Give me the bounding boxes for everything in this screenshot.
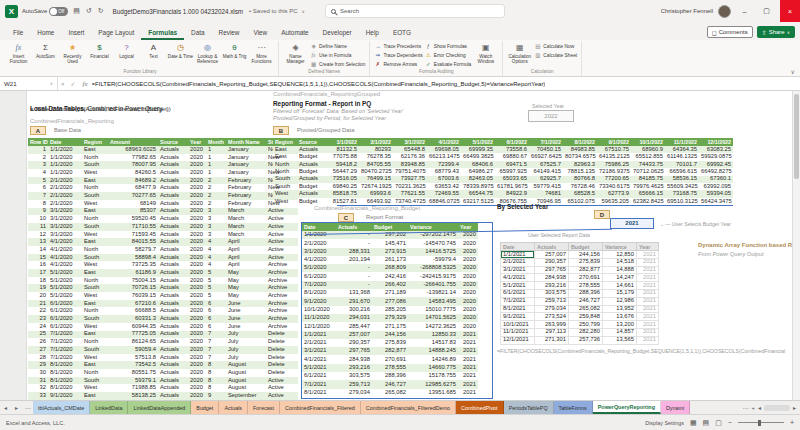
sheet-tab-tblactuals-cmdate[interactable]: tblActuals_CMDate bbox=[33, 401, 90, 414]
ribbon-button-evaluate-formula[interactable]: ✓Evaluate Formula bbox=[425, 61, 472, 69]
selected-year-input[interactable]: 2022 bbox=[528, 110, 574, 122]
ribbon-button-create-from-selection[interactable]: ▦Create from Selection bbox=[310, 61, 365, 69]
name-manager-icon: ◈ bbox=[292, 43, 298, 53]
sheet-nav-left-icon[interactable]: ◂ bbox=[0, 401, 11, 414]
zoom-slider[interactable] bbox=[738, 422, 784, 423]
add-sheet-icon[interactable]: + bbox=[751, 405, 755, 411]
zoom-in-icon[interactable]: + bbox=[790, 419, 794, 426]
search-input[interactable]: Search bbox=[325, 4, 505, 18]
more-sheets-icon[interactable]: ⋯ bbox=[742, 404, 748, 411]
user-name: Christopher Fennell bbox=[661, 8, 713, 14]
undo-icon[interactable]: ↺ bbox=[85, 7, 93, 15]
ribbon-button-text[interactable]: AText bbox=[140, 41, 167, 69]
ribbon-button-trace-precedents[interactable]: →Trace Precedents bbox=[374, 43, 422, 51]
ribbon-button-logical[interactable]: ?Logical bbox=[113, 41, 140, 69]
sheet-tab-combinedpivot[interactable]: CombinedPivot bbox=[456, 401, 504, 414]
save-icon[interactable]: ▤ bbox=[72, 7, 81, 15]
view-page-layout-icon[interactable]: ▤ bbox=[703, 419, 710, 427]
view-normal-icon[interactable]: ▦ bbox=[690, 419, 697, 427]
ribbon-button-calculate-sheet[interactable]: ▥Calculate Sheet bbox=[534, 52, 577, 60]
selected-year-table[interactable]: DateActualsBudgetVarianceYear1/1/2021257… bbox=[500, 242, 659, 345]
sheet-tab-linkeddata[interactable]: LinkedData bbox=[90, 401, 128, 414]
autosave-switch[interactable]: Off bbox=[49, 7, 68, 16]
ribbon-button-more-functions[interactable]: ⋯More Functions bbox=[248, 41, 275, 69]
ribbon-button-insert-function[interactable]: fxInsert Function bbox=[5, 41, 32, 69]
enter-icon[interactable]: ✓ bbox=[68, 80, 79, 87]
ribbon-button-recently-used[interactable]: ★Recently Used bbox=[59, 41, 86, 69]
table-cell: 12/1/2020 bbox=[302, 322, 336, 330]
avatar[interactable] bbox=[718, 5, 731, 18]
zoom-out-icon[interactable]: − bbox=[728, 419, 732, 426]
ribbon-button-calculation-options[interactable]: ▦Calculation Options bbox=[506, 41, 533, 69]
ribbon-button-math-trig[interactable]: θMath & Trig bbox=[221, 41, 248, 69]
table-cell: 244,156 bbox=[569, 251, 603, 259]
ribbon-button-calculate-now[interactable]: ▤Calculate Now bbox=[534, 43, 577, 51]
ribbon-tab-eotg[interactable]: EOTG bbox=[386, 26, 418, 40]
ribbon-tab-view[interactable]: View bbox=[246, 26, 274, 40]
byyear-heading: By Selected Year bbox=[497, 203, 548, 210]
sheet-nav-more-icon[interactable]: ⋯ bbox=[22, 401, 33, 414]
base-data-table[interactable]: Row IDDateRegionAmountSourceYearMonthMon… bbox=[28, 138, 298, 400]
share-button[interactable]: ⇧ Share ∨ bbox=[757, 26, 795, 38]
ribbon-button-autosum[interactable]: ΣAutoSum bbox=[32, 41, 59, 69]
sheet-tab-combinedfinancials-filtereddemo[interactable]: CombinedFinancials_FilteredDemo bbox=[361, 401, 456, 414]
table-row: 21/1/2020North77982.65Actuals20201Januar… bbox=[28, 154, 298, 162]
sheet-tab-tableforms[interactable]: TableForms bbox=[554, 401, 593, 414]
worksheet[interactable]: Local Data Tables, Combined in Power Que… bbox=[0, 91, 800, 400]
table-cell: Actuals bbox=[158, 231, 188, 239]
budget-year-input[interactable]: 2021 bbox=[610, 218, 654, 229]
sheet-tab-actuals[interactable]: Actuals bbox=[219, 401, 248, 414]
ribbon-button-show-formulas[interactable]: ƒShow Formulas bbox=[425, 43, 472, 51]
close-button[interactable]: × bbox=[780, 0, 800, 22]
sheet-tab-powerqueryreporting[interactable]: PowerQueryReporting bbox=[593, 401, 661, 414]
restore-button[interactable]: ▢ bbox=[758, 0, 775, 22]
display-settings-button[interactable]: Display Settings bbox=[645, 420, 684, 426]
cancel-icon[interactable]: × bbox=[58, 81, 68, 87]
grouped-sub2: Pivoted/Grouped by Period, for Selected … bbox=[273, 115, 386, 121]
sheet-tab-combinedfinancials-filtered[interactable]: CombinedFinancials_Filtered bbox=[280, 401, 361, 414]
grouped-data-table[interactable]: RegionSource1/1/20222/1/20223/1/20224/1/… bbox=[273, 138, 733, 205]
autosave-toggle[interactable]: AutoSave Off bbox=[22, 7, 68, 16]
ribbon-button-error-checking[interactable]: ⚠Error Checking bbox=[425, 52, 472, 60]
tab-scroll-left-icon[interactable]: ◂ bbox=[758, 404, 761, 411]
view-page-break-icon[interactable]: ▢ bbox=[715, 419, 722, 427]
ribbon-tab-file[interactable]: File bbox=[6, 26, 30, 40]
ribbon-button-lookup-reference[interactable]: ◎Lookup & Reference bbox=[194, 41, 221, 69]
insert-function-icon[interactable]: fx bbox=[79, 80, 92, 88]
ribbon-tab-developer[interactable]: Developer bbox=[316, 26, 359, 40]
ribbon-button-financial[interactable]: $Financial bbox=[86, 41, 113, 69]
ribbon-tab-help[interactable]: Help bbox=[359, 26, 386, 40]
name-box[interactable]: W21 ∨ bbox=[0, 77, 58, 90]
redo-icon[interactable]: ↻ bbox=[97, 7, 105, 15]
report-format-table[interactable]: DateActualsBudgetVarianceYear1/1/2020-29… bbox=[302, 223, 478, 397]
ribbon-button-watch-window[interactable]: ▣Watch Window bbox=[472, 41, 499, 69]
sheet-tab-forecast[interactable]: Forecast bbox=[248, 401, 280, 414]
vertical-scrollbar-thumb[interactable] bbox=[794, 94, 799, 179]
ribbon-tab-automate[interactable]: Automate bbox=[274, 26, 315, 40]
ribbon-button-define-name[interactable]: ◈Define Name bbox=[310, 43, 365, 51]
sheet-tab-linkeddataappended[interactable]: LinkedDataAppended bbox=[128, 401, 191, 414]
sheet-tab-dynami[interactable]: Dynami bbox=[661, 401, 690, 414]
horizontal-scrollbar[interactable] bbox=[764, 405, 790, 411]
ribbon-button-remove-arrows[interactable]: ✗Remove Arrows bbox=[374, 61, 422, 69]
ribbon-tab-data[interactable]: Data bbox=[184, 26, 212, 40]
ribbon-tab-page-layout[interactable]: Page Layout bbox=[91, 26, 141, 40]
formula-input[interactable]: =FILTER(CHOOSECOLS(CombinedFinancials_Re… bbox=[92, 81, 546, 87]
ribbon-button-trace-dependents[interactable]: ⇒Trace Dependents bbox=[374, 52, 422, 60]
sheet-tab-periodstablepq[interactable]: PeriodsTablePQ bbox=[504, 401, 554, 414]
ribbon-button-date-time[interactable]: ◷Date & Time bbox=[167, 41, 194, 69]
sheet-nav-right-icon[interactable]: ▸ bbox=[11, 401, 22, 414]
ribbon-tab-review[interactable]: Review bbox=[212, 26, 247, 40]
minimize-button[interactable]: – bbox=[736, 0, 753, 22]
ribbon-tab-insert[interactable]: Insert bbox=[61, 26, 91, 40]
ribbon-tab-home[interactable]: Home bbox=[30, 26, 61, 40]
ribbon-tab-formulas[interactable]: Formulas bbox=[141, 26, 184, 40]
tab-scroll-right-icon[interactable]: ▸ bbox=[793, 404, 796, 411]
comments-button[interactable]: ◻ Comments bbox=[707, 26, 753, 38]
zoom-slider-thumb[interactable] bbox=[758, 420, 761, 426]
title-chevron-icon[interactable]: ∨ bbox=[302, 9, 305, 14]
ribbon-button-name-manager[interactable]: ◈Name Manager bbox=[282, 41, 309, 69]
ribbon-button-use-in-formula[interactable]: fxUse in Formula bbox=[310, 52, 365, 60]
collapse-ribbon-icon[interactable]: ∨ bbox=[791, 68, 795, 75]
sheet-tab-budget[interactable]: Budget bbox=[191, 401, 219, 414]
